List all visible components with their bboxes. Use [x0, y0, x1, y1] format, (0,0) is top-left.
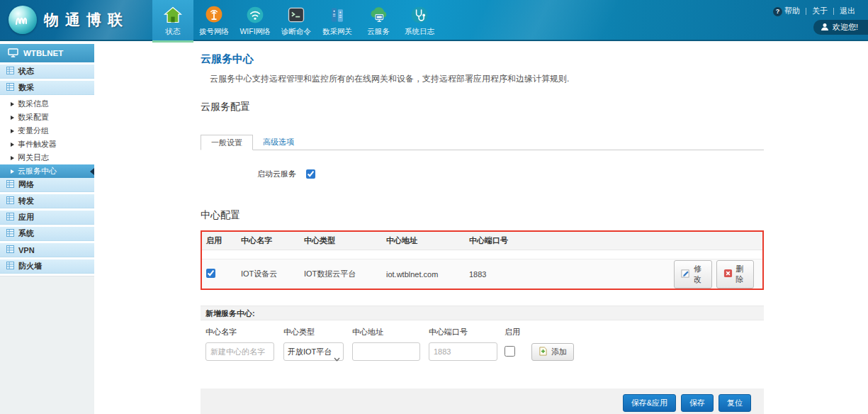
sidebar-item-daq-info[interactable]: 数采信息 [0, 97, 94, 111]
center-address-input[interactable] [352, 342, 420, 361]
label-center-type: 中心类型 [283, 327, 352, 337]
cloud-icon [367, 4, 390, 26]
nav-label: 云服务 [367, 27, 390, 37]
center-type-select[interactable]: 开放IOT平台 [283, 342, 344, 361]
terminal-icon [285, 4, 308, 26]
grid-icon [6, 196, 14, 206]
nav-label: 系统日志 [405, 27, 434, 37]
col-header-port: 中心端口号 [469, 235, 674, 246]
grid-icon [6, 67, 14, 76]
center-config-table: 启用 中心名字 中心类型 中心地址 中心端口号 IOT设备云 IOT数据云平台 … [201, 230, 764, 290]
table-spacer [202, 250, 762, 259]
nav-item-cloud-service[interactable]: 云服务 [358, 0, 399, 41]
tab-general-settings[interactable]: 一般设置 [201, 135, 253, 150]
sidebar: WTBLNET 状态 数采 数采信息 数采配置 变量分组 事件触发器 网关日志 … [0, 43, 94, 414]
enable-cloud-label: 启动云服务 [257, 169, 296, 179]
row-enable-checkbox[interactable] [206, 269, 215, 278]
sidebar-item-forwarding[interactable]: 转发 [0, 194, 94, 208]
caret-icon [11, 142, 14, 147]
add-enable-checkbox[interactable] [505, 346, 515, 357]
sidebar-item-application[interactable]: 应用 [0, 211, 94, 225]
nav-label: WIFI网络 [239, 27, 270, 37]
edit-icon [681, 269, 690, 279]
caret-icon [11, 129, 14, 133]
action-footer: 保存&应用 保存 复位 [201, 388, 764, 414]
add-center-controls: 开放IOT平台 添加 [201, 342, 764, 370]
grid-icon [6, 180, 14, 189]
grid-icon [6, 213, 14, 222]
nav-item-daq-gateway[interactable]: 数采网关 [317, 0, 358, 41]
page-description: 云服务中心支持远程管理和监控所有的在线网关和设备，支持远程部署应用程序和边缘计算… [210, 73, 764, 85]
delete-button[interactable]: 删除 [716, 260, 755, 289]
sidebar-item-variable-group[interactable]: 变量分组 [0, 124, 94, 138]
sidebar-item-vpn[interactable]: VPN [0, 243, 94, 257]
edit-button[interactable]: 修改 [674, 260, 712, 289]
grid-icon [6, 245, 14, 254]
sidebar-item-event-trigger[interactable]: 事件触发器 [0, 138, 94, 151]
grid-icon [6, 83, 14, 92]
sidebar-item-gateway-log[interactable]: 网关日志 [0, 151, 94, 164]
welcome-user-pill[interactable]: 欢迎您! [813, 20, 868, 35]
sidebar-device-name: WTBLNET [0, 44, 94, 62]
home-icon [162, 4, 184, 26]
logout-link[interactable]: 退出 [834, 6, 861, 16]
col-header-type: 中心类型 [304, 235, 386, 246]
add-center-section: 新增服务中心: 中心名字 中心类型 中心地址 中心端口号 启用 开放IOT平台 [201, 306, 764, 370]
tab-advanced-options[interactable]: 高级选项 [253, 135, 304, 150]
nav-label: 拨号网络 [199, 27, 229, 37]
enable-cloud-row: 启动云服务 [257, 169, 764, 179]
label-enable: 启用 [505, 327, 531, 337]
reset-button[interactable]: 复位 [718, 394, 751, 412]
wifi-icon [244, 4, 266, 26]
nav-item-wifi-network[interactable]: WIFI网络 [235, 0, 276, 41]
main-content: 云服务中心 云服务中心支持远程管理和监控所有的在线网关和设备，支持远程部署应用程… [94, 43, 868, 414]
nav-item-status[interactable]: 状态 [152, 0, 193, 41]
save-button[interactable]: 保存 [681, 394, 714, 412]
sidebar-item-status[interactable]: 状态 [0, 65, 94, 79]
help-link[interactable]: ?帮助 [767, 6, 806, 16]
welcome-text: 欢迎您! [833, 22, 858, 33]
dial-network-icon [203, 4, 225, 26]
caret-icon [11, 169, 14, 174]
cloud-config-tabs: 一般设置 高级选项 [201, 135, 764, 150]
brand-logo: 物通博联 [9, 6, 129, 34]
nav-label: 数采网关 [322, 27, 352, 37]
top-header: 物通博联 状态 拨号网络 WIFI网络 诊断命令 [0, 0, 868, 41]
col-header-enable: 启用 [206, 235, 241, 246]
col-header-name: 中心名字 [241, 235, 304, 246]
sidebar-item-daq[interactable]: 数采 [0, 81, 94, 95]
grid-icon [6, 262, 14, 271]
enable-cloud-checkbox[interactable] [306, 169, 315, 179]
sidebar-item-daq-config[interactable]: 数采配置 [0, 111, 94, 124]
add-button[interactable]: 添加 [531, 343, 574, 361]
caret-icon [11, 156, 14, 160]
question-icon: ? [773, 7, 782, 16]
top-nav: 状态 拨号网络 WIFI网络 诊断命令 数采网关 [152, 0, 440, 41]
sidebar-item-network[interactable]: 网络 [0, 178, 94, 192]
nav-item-dial-network[interactable]: 拨号网络 [193, 0, 235, 41]
sidebar-item-system[interactable]: 系统 [0, 227, 94, 241]
page-title: 云服务中心 [201, 52, 764, 66]
sidebar-item-cloud-service-center[interactable]: 云服务中心 [0, 164, 94, 178]
label-center-address: 中心地址 [352, 327, 429, 337]
brand-name: 物通博联 [44, 10, 129, 30]
caret-icon [11, 116, 14, 120]
nav-label: 诊断命令 [281, 27, 311, 37]
syslog-icon [408, 4, 431, 26]
sidebar-item-firewall[interactable]: 防火墙 [0, 259, 94, 274]
table-row: IOT设备云 IOT数据云平台 iot.wtblnet.com 1883 修改 … [202, 259, 762, 289]
globe-logo-icon [9, 6, 37, 34]
table-header-row: 启用 中心名字 中心类型 中心地址 中心端口号 [202, 232, 762, 250]
about-link[interactable]: 关于 [806, 6, 833, 16]
label-center-port: 中心端口号 [429, 327, 505, 337]
nav-item-diagnostic-command[interactable]: 诊断命令 [276, 0, 317, 41]
header-utility-links: ?帮助 关于 退出 [767, 6, 861, 16]
save-and-apply-button[interactable]: 保存&应用 [623, 394, 676, 412]
user-icon [821, 23, 829, 33]
delete-icon [723, 269, 733, 279]
cell-center-port: 1883 [469, 270, 674, 279]
center-config-section-title: 中心配置 [201, 209, 764, 222]
nav-item-system-log[interactable]: 系统日志 [399, 0, 440, 41]
center-name-input[interactable] [205, 342, 274, 361]
center-port-input[interactable] [429, 342, 497, 361]
